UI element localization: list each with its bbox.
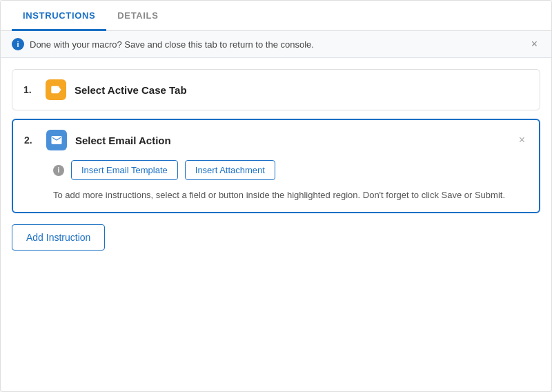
step-title-2: Select Email Action [75, 135, 171, 146]
active-card-content: 2. Select Email Action × i Insert Email … [24, 130, 528, 202]
banner-content: i Done with your macro? Save and close t… [12, 38, 314, 50]
banner-text: Done with your macro? Save and close thi… [30, 39, 314, 50]
tab-instructions[interactable]: INSTRUCTIONS [12, 1, 106, 31]
tab-details[interactable]: DETAILS [106, 1, 169, 31]
hint-text: To add more instructions, select a field… [53, 188, 522, 202]
action-info-icon: i [53, 165, 64, 176]
step-number-1: 1. [23, 84, 37, 95]
content-area: 1. Select Active Case Tab 2. [1, 58, 551, 391]
insert-email-template-button[interactable]: Insert Email Template [71, 160, 178, 180]
step-close-button[interactable]: × [516, 134, 528, 146]
step-number-2: 2. [24, 135, 38, 146]
action-buttons-row: i Insert Email Template Insert Attachmen… [53, 160, 528, 180]
main-window: INSTRUCTIONS DETAILS i Done with your ma… [0, 0, 552, 392]
insert-attachment-button[interactable]: Insert Attachment [185, 160, 275, 180]
active-card-header: 2. Select Email Action × [24, 130, 528, 150]
tab-bar: INSTRUCTIONS DETAILS [1, 1, 551, 31]
banner-close-button[interactable]: × [529, 38, 540, 50]
step-icon-1 [46, 79, 66, 100]
step-icon-2 [46, 130, 67, 150]
active-card-header-left: 2. Select Email Action [24, 130, 171, 150]
instruction-card-1: 1. Select Active Case Tab [12, 69, 540, 110]
instruction-card-2: 2. Select Email Action × i Insert Email … [12, 119, 540, 213]
info-icon: i [12, 38, 24, 50]
add-instruction-button[interactable]: Add Instruction [12, 224, 105, 251]
banner: i Done with your macro? Save and close t… [1, 31, 551, 58]
step-title-1: Select Active Case Tab [75, 84, 187, 96]
